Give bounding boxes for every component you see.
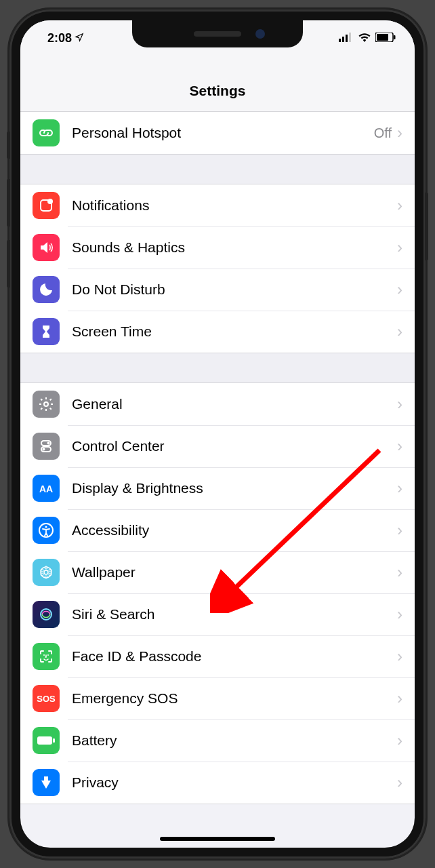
row-label: Control Center xyxy=(72,438,397,454)
mute-switch xyxy=(7,132,10,159)
svg-rect-3 xyxy=(349,33,351,42)
status-time: 2:08 xyxy=(47,31,72,45)
phone-frame: 2:08 xyxy=(9,9,426,859)
screen-time-icon xyxy=(33,318,60,345)
svg-point-13 xyxy=(43,448,45,451)
row-siri-search[interactable]: Siri & Search › xyxy=(20,593,415,635)
svg-text:SOS: SOS xyxy=(37,694,56,704)
svg-rect-5 xyxy=(377,34,388,41)
svg-rect-6 xyxy=(394,35,396,39)
row-label: General xyxy=(72,396,397,412)
svg-point-27 xyxy=(47,654,49,656)
row-display-brightness[interactable]: AA Display & Brightness › xyxy=(20,467,415,509)
battery-icon xyxy=(375,31,396,45)
display-icon: AA xyxy=(33,475,60,502)
svg-point-18 xyxy=(41,567,51,578)
sos-icon: SOS xyxy=(33,685,60,712)
svg-point-8 xyxy=(47,199,53,204)
row-label: Emergency SOS xyxy=(72,690,397,707)
row-control-center[interactable]: Control Center › xyxy=(20,425,415,467)
sounds-icon xyxy=(33,234,60,261)
chevron-right-icon: › xyxy=(397,125,402,141)
power-button xyxy=(425,193,428,260)
settings-list[interactable]: Personal Hotspot Off › Notifications › xyxy=(20,112,415,848)
chevron-right-icon: › xyxy=(397,239,402,256)
svg-point-17 xyxy=(44,570,48,574)
svg-rect-30 xyxy=(53,738,55,743)
chevron-right-icon: › xyxy=(397,606,402,623)
screen: 2:08 xyxy=(20,20,415,848)
group-spacer xyxy=(20,353,415,383)
chevron-right-icon: › xyxy=(397,438,402,454)
row-label: Do Not Disturb xyxy=(72,281,397,298)
row-label: Personal Hotspot xyxy=(72,125,374,141)
chevron-right-icon: › xyxy=(397,690,402,707)
siri-icon xyxy=(33,601,60,628)
row-label: Screen Time xyxy=(72,323,397,340)
chevron-right-icon: › xyxy=(397,281,402,298)
chevron-right-icon: › xyxy=(397,396,402,412)
row-wallpaper[interactable]: Wallpaper › xyxy=(20,551,415,593)
home-indicator[interactable] xyxy=(160,837,275,841)
svg-rect-0 xyxy=(339,39,341,42)
control-center-icon xyxy=(33,433,60,460)
row-privacy[interactable]: Privacy › xyxy=(20,762,415,804)
svg-point-9 xyxy=(44,402,48,406)
svg-point-11 xyxy=(47,442,50,445)
chevron-right-icon: › xyxy=(397,480,402,496)
notifications-icon xyxy=(33,192,60,219)
row-label: Display & Brightness xyxy=(72,480,397,496)
chevron-right-icon: › xyxy=(397,648,402,665)
volume-down-button xyxy=(7,240,10,288)
svg-rect-2 xyxy=(346,35,348,42)
row-label: Accessibility xyxy=(72,522,397,538)
chevron-right-icon: › xyxy=(397,522,402,538)
privacy-icon xyxy=(33,769,60,796)
accessibility-icon xyxy=(33,517,60,544)
row-battery[interactable]: Battery › xyxy=(20,719,415,762)
row-label: Siri & Search xyxy=(72,606,397,623)
chevron-right-icon: › xyxy=(397,197,402,214)
wallpaper-icon xyxy=(33,559,60,586)
row-personal-hotspot[interactable]: Personal Hotspot Off › xyxy=(20,112,415,154)
dnd-icon xyxy=(33,276,60,303)
row-label: Face ID & Passcode xyxy=(72,648,397,665)
row-face-id-passcode[interactable]: Face ID & Passcode › xyxy=(20,635,415,677)
row-label: Privacy xyxy=(72,774,397,791)
row-sounds-haptics[interactable]: Sounds & Haptics › xyxy=(20,226,415,269)
row-notifications[interactable]: Notifications › xyxy=(20,184,415,226)
general-icon xyxy=(33,391,60,418)
row-label: Notifications xyxy=(72,197,397,214)
row-do-not-disturb[interactable]: Do Not Disturb › xyxy=(20,269,415,311)
row-label: Wallpaper xyxy=(72,564,397,580)
link-icon xyxy=(33,119,60,146)
wifi-icon xyxy=(358,31,371,45)
volume-up-button xyxy=(7,179,10,226)
row-general[interactable]: General › xyxy=(20,383,415,425)
front-camera xyxy=(255,29,265,39)
chevron-right-icon: › xyxy=(397,774,402,791)
signal-icon xyxy=(339,31,354,45)
row-label: Sounds & Haptics xyxy=(72,239,397,256)
settings-group: Personal Hotspot Off › xyxy=(20,112,415,155)
chevron-right-icon: › xyxy=(397,732,402,749)
row-emergency-sos[interactable]: SOS Emergency SOS › xyxy=(20,677,415,719)
row-label: Battery xyxy=(72,732,397,749)
location-arrow-icon xyxy=(75,31,84,45)
svg-point-26 xyxy=(43,654,45,656)
battery-icon xyxy=(33,727,60,754)
chevron-right-icon: › xyxy=(397,323,402,340)
settings-group: Notifications › Sounds & Haptics › Do No… xyxy=(20,184,415,353)
speaker xyxy=(194,31,241,37)
svg-rect-1 xyxy=(342,37,344,42)
row-detail: Off xyxy=(374,125,392,141)
svg-text:AA: AA xyxy=(39,484,53,494)
settings-group: General › Control Center › AA Display & … xyxy=(20,383,415,804)
svg-point-16 xyxy=(45,526,47,528)
svg-rect-29 xyxy=(37,736,52,745)
faceid-icon xyxy=(33,643,60,670)
row-accessibility[interactable]: Accessibility › xyxy=(20,509,415,551)
row-screen-time[interactable]: Screen Time › xyxy=(20,311,415,353)
chevron-right-icon: › xyxy=(397,564,402,580)
page-title: Settings xyxy=(20,56,415,112)
